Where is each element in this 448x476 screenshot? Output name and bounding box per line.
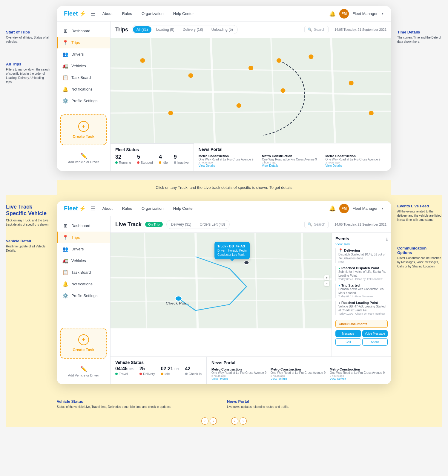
live-sidebar-drivers[interactable]: 👥 Drivers <box>57 243 110 255</box>
vs-idle: 02:21 Hrs Idle <box>161 366 179 376</box>
hamburger-menu[interactable]: ☰ <box>90 10 95 17</box>
vehicles-icon: 🚛 <box>62 63 68 69</box>
check-documents-button[interactable]: Check Documents <box>335 320 388 328</box>
nav-help[interactable]: Help Center <box>173 11 194 16</box>
checkin-dot <box>185 373 188 375</box>
nav-right: 🔔 FM Fleet Manager ▼ <box>329 9 384 19</box>
create-task-button[interactable]: + Create Task <box>60 114 107 145</box>
news-portal-live: News Portal Metro Construction One Way R… <box>206 357 391 384</box>
live-label-taskboard: Task Board <box>71 270 91 275</box>
live-sidebar-notifications[interactable]: 🔔 Notifications <box>57 278 110 290</box>
svg-point-15 <box>349 81 354 85</box>
live-nav-rules[interactable]: Rules <box>122 206 132 211</box>
status-inactive: 9 Inactive <box>174 154 189 164</box>
news-view-details-2[interactable]: View Details <box>262 164 278 167</box>
live-content-area: Check Point Truck - BB_47-AS Driver - Ho… <box>111 233 391 356</box>
live-nav-organization[interactable]: Organization <box>142 206 164 211</box>
annotation-right-live: Events Live Feed All the events related … <box>397 201 442 393</box>
events-panel: Events ℹ View Task 📍 Delivering Dispatch… <box>332 233 391 356</box>
nav-organization[interactable]: Organization <box>142 11 164 16</box>
live-track-sidebar: ⊞ Dashboard 📍 Trips 👥 Drivers 🚛 Vehicles <box>57 216 111 384</box>
sidebar-item-vehicles[interactable]: 🚛 Vehicles <box>57 60 110 72</box>
map-zoom-out[interactable]: − <box>324 281 329 286</box>
live-news-view-1[interactable]: View Details <box>211 377 228 381</box>
next-arrow-2[interactable]: › <box>240 417 247 425</box>
tab-delivery[interactable]: Delivery (18) <box>179 26 207 33</box>
svg-point-9 <box>188 73 193 78</box>
live-news-view-2[interactable]: View Details <box>271 377 287 381</box>
call-button[interactable]: Call <box>335 338 361 346</box>
tab-all[interactable]: All (32) <box>133 26 151 33</box>
add-vehicle-button[interactable]: ✏️ Add Vehicle or Driver <box>57 149 110 167</box>
live-nav-about[interactable]: About <box>102 206 113 211</box>
svg-point-12 <box>168 111 173 115</box>
live-nav-help[interactable]: Help Center <box>173 206 194 211</box>
truck-tooltip: Truck - BB_47-AS Driver - Horacio Kevin … <box>214 242 250 259</box>
events-info-icon[interactable]: ℹ <box>386 237 388 242</box>
tab-unloading[interactable]: Unloading (5) <box>208 26 237 33</box>
view-task-link[interactable]: View Task <box>335 242 388 246</box>
sidebar-item-notifications[interactable]: 🔔 Notifications <box>57 83 110 95</box>
prev-arrow-1[interactable]: ‹ <box>201 417 208 425</box>
live-sidebar-taskboard[interactable]: 📋 Task Board <box>57 267 110 278</box>
live-sidebar-trips[interactable]: 📍 Trips <box>57 232 110 243</box>
voice-message-button[interactable]: Voice Message <box>362 330 388 337</box>
live-user-name[interactable]: Fleet Manager <box>352 206 378 211</box>
live-news-view-3[interactable]: View Details <box>330 377 346 381</box>
event-dispatch: ● Reached Dispatch Point Submit for Invo… <box>335 266 388 281</box>
delivery-dot <box>139 373 142 375</box>
status-idle: 4 Idle <box>159 154 168 164</box>
sidebar-item-drivers[interactable]: 👥 Drivers <box>57 48 110 60</box>
search-box[interactable]: 🔍 Search <box>304 26 329 33</box>
tab-loading[interactable]: Loading (9) <box>153 26 178 33</box>
live-track-top-nav: Fleet ⚡ ☰ About Rules Organization Help … <box>57 201 391 216</box>
live-sidebar-vehicles[interactable]: 🚛 Vehicles <box>57 255 110 267</box>
live-drivers-icon: 👥 <box>62 246 68 252</box>
user-dropdown-icon[interactable]: ▼ <box>381 12 384 15</box>
trips-timestamp: 14:05 Tuesday, 21 September 2021 <box>335 28 386 31</box>
news-view-details-3[interactable]: View Details <box>326 164 342 167</box>
stopped-dot <box>137 161 139 164</box>
live-track-hamburger[interactable]: ☰ <box>90 205 95 212</box>
sidebar-item-profile[interactable]: ⚙️ Profile Settings <box>57 95 110 107</box>
tab-orders-left[interactable]: Orders Left (43) <box>196 221 229 228</box>
live-add-vehicle-icon: ✏️ <box>80 366 87 372</box>
live-create-task-button[interactable]: + Create Task <box>60 328 107 359</box>
sidebar-label-dashboard: Dashboard <box>71 29 90 33</box>
map-scroll-controls: + − <box>324 275 329 286</box>
running-dot <box>115 161 118 164</box>
live-bell-icon[interactable]: 🔔 <box>329 205 336 212</box>
live-sidebar-profile[interactable]: ⚙️ Profile Settings <box>57 290 110 301</box>
live-track-app-layout: ⊞ Dashboard 📍 Trips 👥 Drivers 🚛 Vehicles <box>57 216 391 384</box>
sidebar-item-trips[interactable]: 📍 Trips <box>57 37 110 48</box>
share-button[interactable]: Share <box>362 338 388 346</box>
live-add-vehicle-button[interactable]: ✏️ Add Vehicle or Driver <box>57 362 110 381</box>
next-arrow-1[interactable]: › <box>210 417 217 425</box>
user-name[interactable]: Fleet Manager <box>352 11 378 16</box>
bottom-annotation-right: News Portal Live news updates related to… <box>227 399 391 409</box>
create-task-label: Create Task <box>73 134 94 139</box>
fleet-status: Fleet Status 32 Running <box>111 143 194 171</box>
main-content: Trips All (32) Loading (9) Delivery (18)… <box>111 22 391 171</box>
bell-icon[interactable]: 🔔 <box>329 10 336 17</box>
live-user-chevron[interactable]: ▼ <box>381 207 384 210</box>
news-view-details-1[interactable]: View Details <box>199 164 215 167</box>
live-track-header: Live Track On Trip Delivery (31) Orders … <box>111 216 391 233</box>
nav-rules[interactable]: Rules <box>122 11 132 16</box>
bottom-annotations: Vehicle Status Status of the vehicle Liv… <box>6 396 442 415</box>
live-main-content: Live Track On Trip Delivery (31) Orders … <box>111 216 391 384</box>
sidebar-item-taskboard[interactable]: 📋 Task Board <box>57 72 110 83</box>
trips-screen: Fleet ⚡ ☰ All (32) About Rules Organizat… <box>57 6 391 171</box>
connector-band: Click on any Truck, and the Live track d… <box>57 180 391 195</box>
sidebar-item-dashboard[interactable]: ⊞ Dashboard <box>57 25 110 37</box>
trips-title: Trips <box>115 27 128 33</box>
vs-items: 04:45 Hrs Travel 25 Delivery <box>115 366 202 376</box>
nav-about[interactable]: About <box>102 11 113 16</box>
tab-delivery-live[interactable]: Delivery (31) <box>168 221 195 228</box>
live-search-box[interactable]: 🔍 Search <box>304 221 329 228</box>
prev-arrow-2[interactable]: ‹ <box>231 417 238 425</box>
live-sidebar-dashboard[interactable]: ⊞ Dashboard <box>57 220 110 232</box>
map-zoom-in[interactable]: + <box>324 275 329 280</box>
message-button[interactable]: Message <box>335 330 361 337</box>
add-vehicle-icon: ✏️ <box>80 152 87 159</box>
